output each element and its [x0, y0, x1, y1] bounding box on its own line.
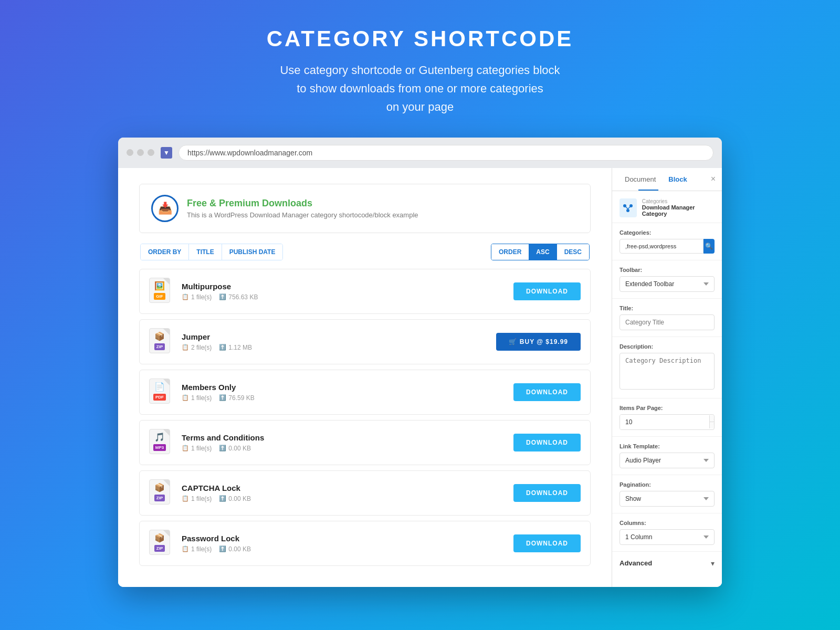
file-fold: [163, 329, 170, 335]
item-meta: 📋2 file(s) ⬆️1.12 MB: [182, 344, 496, 351]
files-icon: 📋: [182, 394, 189, 401]
dm-description: This is a WordPress Download Manager cat…: [187, 211, 418, 219]
sort-by-title-btn[interactable]: TITLE: [189, 244, 222, 260]
panel-tabs: Document Block ×: [612, 168, 722, 191]
main-content: 📥 Free & Premium Downloads This is a Wor…: [118, 168, 612, 587]
item-size: ⬆️0.00 KB: [219, 545, 251, 553]
categories-input[interactable]: [620, 239, 704, 254]
file-icon-bg: 🖼️ GIF: [149, 278, 170, 303]
file-fold: [163, 379, 170, 385]
item-files: 📋2 file(s): [182, 344, 212, 351]
svg-point-2: [626, 209, 629, 212]
pagination-section: Pagination: Show Hide: [612, 475, 722, 513]
pagination-label: Pagination:: [620, 481, 715, 488]
item-size: ⬆️0.00 KB: [219, 495, 251, 502]
tab-block[interactable]: Block: [662, 168, 693, 191]
items-per-page-label: Items Par Page:: [620, 405, 715, 411]
link-template-select[interactable]: Audio Player Default Button: [620, 453, 715, 468]
items-per-page-down[interactable]: ▼: [710, 422, 715, 428]
browser-mockup: ▼ https://www.wpdownloadmanager.com 📥 Fr…: [118, 138, 722, 587]
hero-section: CATEGORY SHORTCODE Use category shortcod…: [0, 0, 840, 138]
browser-dot-3: [148, 149, 154, 156]
browser-content: 📥 Free & Premium Downloads This is a Wor…: [118, 168, 722, 587]
block-icon: [620, 198, 637, 217]
item-meta: 📋1 file(s) ⬆️0.00 KB: [182, 545, 513, 553]
browser-favicon: ▼: [161, 147, 172, 159]
file-ext-badge: MP3: [153, 444, 166, 451]
hero-subtitle-line1: Use category shortcode or Gutenberg cate…: [280, 64, 560, 77]
item-files: 📋1 file(s): [182, 445, 212, 452]
sort-asc-btn[interactable]: ASC: [529, 244, 556, 260]
size-icon: ⬆️: [219, 394, 226, 401]
svg-line-3: [625, 206, 628, 209]
link-template-section: Link Template: Audio Player Default Butt…: [612, 437, 722, 475]
close-button[interactable]: ×: [711, 174, 716, 184]
dm-logo: 📥: [151, 195, 178, 222]
items-per-page-wrap: ▲ ▼: [620, 414, 715, 430]
file-fold: [163, 278, 170, 285]
pagination-select[interactable]: Show Hide: [620, 491, 715, 507]
item-info: Terms and Conditions 📋1 file(s) ⬆️0.00 K…: [182, 433, 513, 452]
item-name: Multipurpose: [182, 282, 513, 291]
download-btn-5[interactable]: DOWNLOAD: [513, 534, 581, 552]
order-by-label: ORDER BY: [141, 244, 189, 260]
block-header-text: Categories Download Manager Category: [642, 198, 715, 217]
item-name: Members Only: [182, 383, 513, 392]
download-btn-0[interactable]: DOWNLOAD: [513, 282, 581, 300]
download-list: 🖼️ GIF Multipurpose 📋1 file(s) ⬆️756.63 …: [139, 269, 591, 566]
download-btn-4[interactable]: DOWNLOAD: [513, 484, 581, 502]
file-icon-wrap: 📦 ZIP: [149, 328, 173, 355]
file-icon-bg: 📄 PDF: [149, 379, 170, 404]
download-btn-3[interactable]: DOWNLOAD: [513, 434, 581, 452]
sort-by-publish-date-btn[interactable]: PUBLISH DATE: [222, 244, 283, 260]
size-icon: ⬆️: [219, 344, 226, 351]
download-btn-1[interactable]: 🛒 BUY @ $19.99: [496, 333, 581, 351]
categories-search-btn[interactable]: 🔍: [704, 239, 715, 254]
item-meta: 📋1 file(s) ⬆️76.59 KB: [182, 394, 513, 402]
items-per-page-arrows: ▲ ▼: [709, 415, 715, 428]
files-icon: 📋: [182, 495, 189, 502]
file-icon-wrap: 🎵 MP3: [149, 429, 173, 456]
file-icon-wrap: 📦 ZIP: [149, 530, 173, 557]
browser-dot-1: [127, 149, 133, 156]
hero-subtitle-line3: on your page: [386, 100, 454, 113]
toolbar-select[interactable]: Extended Toolbar Simple Toolbar None: [620, 276, 715, 292]
file-icon-bg: 📦 ZIP: [149, 479, 170, 505]
file-icon-bg: 📦 ZIP: [149, 530, 170, 555]
advanced-section[interactable]: Advanced ▾: [612, 552, 722, 575]
title-input[interactable]: [620, 314, 715, 330]
download-btn-2[interactable]: DOWNLOAD: [513, 383, 581, 401]
item-info: Password Lock 📋1 file(s) ⬆️0.00 KB: [182, 534, 513, 553]
download-item: 🎵 MP3 Terms and Conditions 📋1 file(s) ⬆️…: [139, 420, 591, 465]
link-template-label: Link Template:: [620, 443, 715, 449]
items-per-page-up[interactable]: ▲: [710, 415, 715, 422]
items-per-page-input[interactable]: [620, 415, 709, 429]
size-icon: ⬆️: [219, 445, 226, 452]
files-icon: 📋: [182, 545, 189, 552]
items-per-page-section: Items Par Page: ▲ ▼: [612, 398, 722, 437]
hero-subtitle: Use category shortcode or Gutenberg cate…: [10, 61, 830, 117]
tab-document[interactable]: Document: [618, 168, 662, 191]
browser-chrome: ▼ https://www.wpdownloadmanager.com: [118, 138, 722, 168]
download-item: 📄 PDF Members Only 📋1 file(s) ⬆️76.59 KB…: [139, 370, 591, 415]
item-meta: 📋1 file(s) ⬆️756.63 KB: [182, 293, 513, 301]
file-icon-bg: 🎵 MP3: [149, 429, 170, 454]
dm-header-text: Free & Premium Downloads This is a WordP…: [187, 198, 418, 219]
sort-desc-btn[interactable]: DESC: [557, 244, 589, 260]
description-textarea[interactable]: [620, 353, 715, 390]
files-icon: 📋: [182, 344, 189, 351]
toolbar-label: Toolbar:: [620, 267, 715, 273]
download-item: 📦 ZIP CAPTCHA Lock 📋1 file(s) ⬆️0.00 KB …: [139, 470, 591, 516]
sort-right: ORDER ASC DESC: [491, 244, 590, 260]
columns-select[interactable]: 1 Column 2 Columns 3 Columns: [620, 529, 715, 545]
item-files: 📋1 file(s): [182, 495, 212, 502]
item-name: Jumper: [182, 332, 496, 341]
file-fold: [163, 530, 170, 537]
download-item: 📦 ZIP Jumper 📋2 file(s) ⬆️1.12 MB 🛒 BUY …: [139, 319, 591, 364]
browser-addressbar[interactable]: https://www.wpdownloadmanager.com: [178, 145, 713, 161]
download-item: 📦 ZIP Password Lock 📋1 file(s) ⬆️0.00 KB…: [139, 521, 591, 566]
file-icon-wrap: 📦 ZIP: [149, 479, 173, 507]
categories-section: Categories: 🔍: [612, 223, 722, 260]
item-files: 📋1 file(s): [182, 545, 212, 553]
item-files: 📋1 file(s): [182, 394, 212, 402]
